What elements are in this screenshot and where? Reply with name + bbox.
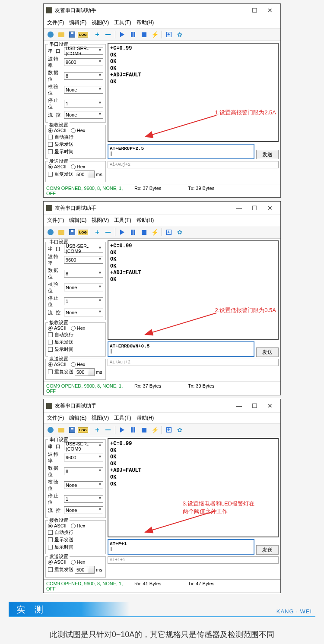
close-button[interactable]: ✕ [262,6,278,15]
add-icon[interactable]: + [92,425,102,435]
menu-item[interactable]: 工具(T) [114,414,131,422]
folder-icon[interactable] [57,227,66,237]
pause-icon[interactable] [128,425,138,435]
minimize-button[interactable]: — [231,6,247,15]
stopbits-dropdown[interactable]: 1 [64,297,103,305]
settings-icon[interactable]: ✿ [175,227,184,237]
menu-item[interactable]: 文件(F) [47,414,64,422]
show-time-checkbox[interactable]: 显示时间 [48,346,103,353]
parity-dropdown[interactable]: None [64,481,103,489]
flash-icon[interactable]: ⚡ [150,425,159,435]
rx-hex-radio[interactable]: Hex [71,128,86,133]
rx-hex-radio[interactable]: Hex [71,523,86,528]
menu-item[interactable]: 帮助(H) [137,217,154,224]
auto-wrap-checkbox[interactable]: 自动换行 [48,134,103,140]
repeat-send-checkbox[interactable]: 重复发送 [48,369,73,375]
tx-ascii-radio[interactable]: ASCII [48,559,67,565]
maximize-button[interactable]: ☐ [247,203,262,213]
show-send-checkbox[interactable]: 显示发送 [48,141,103,148]
history-field[interactable]: Ai+i+i [108,556,279,564]
play-icon[interactable] [118,30,127,39]
connect-icon[interactable] [46,227,55,237]
save-icon[interactable] [67,30,77,39]
flow-dropdown[interactable]: None [64,111,103,119]
menu-item[interactable]: 帮助(H) [137,414,154,422]
maximize-button[interactable]: ☐ [247,6,262,15]
send-button[interactable]: 发送 [256,347,279,357]
rx-hex-radio[interactable]: Hex [71,325,86,331]
stop-icon[interactable] [139,227,149,237]
rx-textarea[interactable]: +C=0.99 OK OK OK +ADJ=FAULT OK [108,240,279,340]
save-icon[interactable] [67,227,77,237]
menu-item[interactable]: 视图(V) [92,19,109,26]
tx-hex-radio[interactable]: Hex [71,559,86,565]
stop-icon[interactable] [139,425,149,435]
tx-hex-radio[interactable]: Hex [71,362,86,367]
flash-icon[interactable]: ⚡ [150,30,159,39]
stop-icon[interactable] [139,30,149,39]
interval-spinner[interactable]: 500 [75,368,95,376]
tx-hex-radio[interactable]: Hex [71,164,86,169]
maximize-button[interactable]: ☐ [247,401,262,410]
tx-ascii-radio[interactable]: ASCII [48,362,67,367]
close-button[interactable]: ✕ [262,401,278,410]
menu-item[interactable]: 文件(F) [47,19,64,26]
rx-ascii-radio[interactable]: ASCII [48,325,67,331]
menu-item[interactable]: 视图(V) [92,217,109,224]
connect-icon[interactable] [46,425,55,435]
databits-dropdown[interactable]: 8 [64,270,103,278]
rx-ascii-radio[interactable]: ASCII [48,128,67,133]
expand-icon[interactable] [164,30,174,39]
settings-icon[interactable]: ✿ [175,425,184,435]
menu-item[interactable]: 工具(T) [114,19,131,26]
tx-textarea[interactable]: AT+ERRDOWN+0.5 | [108,341,254,357]
show-send-checkbox[interactable]: 显示发送 [48,339,103,345]
rx-textarea[interactable]: +C=0.99 OK OK OK +ADJ=FAULT OK [108,43,279,142]
remove-icon[interactable] [103,227,113,237]
flow-dropdown[interactable]: None [64,309,103,316]
flash-icon[interactable]: ⚡ [150,227,159,237]
add-icon[interactable]: + [92,227,102,237]
repeat-send-checkbox[interactable]: 重复发送 [48,171,73,177]
menu-item[interactable]: 编辑(E) [69,217,86,224]
remove-icon[interactable] [103,30,113,39]
databits-dropdown[interactable]: 8 [64,467,103,475]
tx-textarea[interactable]: AT+ERRUP+2.5 | [108,144,254,159]
auto-wrap-checkbox[interactable]: 自动换行 [48,331,103,338]
pause-icon[interactable] [128,227,138,237]
menu-item[interactable]: 视图(V) [92,414,109,422]
parity-dropdown[interactable]: None [64,284,103,291]
connect-icon[interactable] [46,30,55,39]
settings-icon[interactable]: ✿ [175,30,184,39]
menu-item[interactable]: 编辑(E) [69,414,86,422]
show-time-checkbox[interactable]: 显示时间 [48,148,103,155]
log-icon[interactable]: LOG [78,227,88,237]
log-icon[interactable]: LOG [78,30,88,39]
rx-textarea[interactable]: +C=0.99 OK OK OK +ADJ=FAULT OK OK [108,438,279,537]
expand-icon[interactable] [164,425,174,435]
play-icon[interactable] [118,425,127,435]
send-button[interactable]: 发送 [256,545,279,555]
tx-textarea[interactable]: AT+P+1 | [108,539,254,555]
close-button[interactable]: ✕ [262,203,278,213]
pause-icon[interactable] [128,30,138,39]
parity-dropdown[interactable]: None [64,86,103,94]
show-time-checkbox[interactable]: 显示时间 [48,544,103,550]
log-icon[interactable]: LOG [78,425,88,435]
history-field[interactable]: Ai+Auj+2 [108,161,279,168]
baud-dropdown[interactable]: 9600 [64,58,103,66]
stopbits-dropdown[interactable]: 1 [64,495,103,503]
menu-item[interactable]: 编辑(E) [69,19,86,26]
databits-dropdown[interactable]: 8 [64,72,103,80]
rx-ascii-radio[interactable]: ASCII [48,523,67,528]
folder-icon[interactable] [57,30,66,39]
minimize-button[interactable]: — [231,203,247,213]
port-dropdown[interactable]: USB-SER..(COM9 [64,47,103,55]
auto-wrap-checkbox[interactable]: 自动换行 [48,529,103,536]
baud-dropdown[interactable]: 9600 [64,454,103,461]
flow-dropdown[interactable]: None [64,506,103,514]
play-icon[interactable] [118,227,127,237]
minimize-button[interactable]: — [231,401,247,410]
menu-item[interactable]: 帮助(H) [137,19,154,26]
stopbits-dropdown[interactable]: 1 [64,100,103,107]
